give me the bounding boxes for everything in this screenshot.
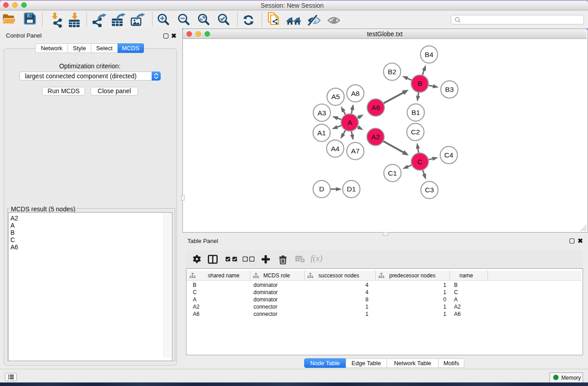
svg-text:A: A — [347, 119, 352, 126]
svg-text:D1: D1 — [347, 185, 356, 193]
svg-text:C4: C4 — [445, 151, 454, 159]
svg-text:B4: B4 — [425, 51, 433, 58]
svg-text:A8: A8 — [351, 90, 360, 97]
svg-text:A7: A7 — [351, 147, 360, 155]
svg-text:A4: A4 — [331, 145, 339, 152]
svg-text:A5: A5 — [331, 93, 340, 100]
svg-text:B1: B1 — [411, 109, 420, 116]
svg-text:A6: A6 — [372, 104, 380, 111]
svg-text:C2: C2 — [411, 128, 420, 136]
svg-text:A1: A1 — [317, 129, 326, 137]
svg-text:B2: B2 — [388, 68, 397, 76]
svg-text:A3: A3 — [318, 109, 326, 117]
svg-text:B3: B3 — [445, 86, 454, 93]
svg-text:C3: C3 — [425, 186, 434, 194]
svg-text:B: B — [417, 80, 422, 87]
svg-text:D: D — [319, 185, 324, 193]
svg-text:C1: C1 — [388, 169, 397, 177]
svg-text:A2: A2 — [371, 133, 380, 141]
svg-text:C: C — [417, 158, 422, 166]
